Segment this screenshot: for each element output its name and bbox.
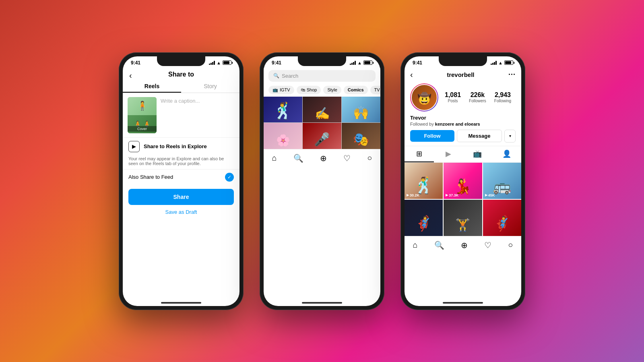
home-indicator-1 — [161, 302, 201, 304]
status-time-1: 9:41 — [131, 60, 140, 66]
stat-posts: 1,081 Posts — [445, 91, 461, 103]
signal-icon-3 — [491, 61, 497, 65]
photo-count-1: ▶ 30.2K — [407, 193, 419, 197]
cover-thumbnail[interactable]: 🧍 🧍 🧍 — [128, 97, 157, 133]
phone-2: 9:41 ▲ 🔍 Search — [260, 52, 384, 310]
follow-button[interactable]: Follow — [410, 130, 454, 142]
message-button[interactable]: Message — [457, 130, 502, 142]
avatar-inner: 🤠 — [411, 84, 438, 111]
photo-cell-4[interactable] — [405, 200, 443, 236]
caption-input[interactable]: Write a caption... — [161, 97, 235, 104]
status-time-3: 9:41 — [413, 60, 422, 66]
photo-cell-6[interactable] — [483, 200, 521, 236]
ptab-grid[interactable]: ⊞ — [405, 146, 434, 162]
tab-story[interactable]: Story — [181, 80, 239, 93]
thumb-6[interactable]: 🎭 — [342, 123, 380, 149]
battery-icon-2 — [363, 60, 372, 65]
play-icon-2: ▶ — [446, 193, 448, 197]
followed-by-names: kenzoere and eloears — [435, 122, 480, 126]
phone-3-screen: 9:41 ▲ ‹ trevorbell ··· — [405, 56, 521, 306]
share-reels-row: ▶ Share to Reels in Explore — [123, 137, 239, 155]
notch-2 — [298, 56, 346, 66]
nav-person-3[interactable]: ○ — [508, 240, 513, 250]
tab-reels[interactable]: Reels — [123, 80, 181, 93]
nav-plus-2[interactable]: ⊕ — [320, 153, 327, 163]
nav-heart-2[interactable]: ♡ — [343, 153, 351, 163]
bottom-nav-3: ⌂ 🔍 ⊕ ♡ ○ — [405, 236, 521, 256]
search-bar[interactable]: 🔍 Search — [268, 70, 376, 82]
wifi-icon-2: ▲ — [357, 60, 362, 65]
photo-grid: ▶ 30.2K ▶ 37.3K ▶ 45K — [405, 163, 521, 236]
igtv-icon: 📺 — [272, 87, 278, 93]
home-indicator-2 — [302, 302, 342, 304]
save-draft-button[interactable]: Save as Draft — [123, 207, 239, 217]
phone1-content: ‹ Share to Reels Story — [123, 68, 239, 217]
signal-icon-1 — [209, 61, 215, 65]
nav-search-3[interactable]: 🔍 — [434, 240, 444, 250]
phone-3: 9:41 ▲ ‹ trevorbell ··· — [400, 52, 525, 310]
thumb-1[interactable]: 🕺 — [264, 97, 302, 123]
ptab-reels[interactable]: ▶ — [434, 146, 463, 162]
search-bar-wrap: 🔍 Search — [264, 68, 380, 84]
photo-count-3: ▶ 45K — [485, 193, 495, 197]
photo-count-2: ▶ 37.3K — [446, 193, 458, 197]
followers-count: 226k — [469, 91, 486, 99]
dropdown-button[interactable]: ▾ — [504, 130, 516, 143]
thumb-3[interactable]: 🙌 — [342, 97, 380, 123]
cat-igtv[interactable]: 📺 IGTV — [268, 86, 294, 94]
bottom-nav-2: ⌂ 🔍 ⊕ ♡ ○ — [264, 149, 380, 169]
battery-icon-1 — [223, 60, 231, 65]
cat-style[interactable]: Style — [323, 86, 341, 94]
profile-name: Trevor — [405, 115, 521, 122]
posts-label: Posts — [445, 99, 461, 103]
share-header: ‹ Share to — [123, 68, 239, 78]
reels-section-icon: ▶ — [128, 141, 140, 152]
photo-cell-1[interactable]: ▶ 30.2K — [405, 163, 443, 199]
back-arrow-3[interactable]: ‹ — [410, 70, 413, 79]
following-label: Following — [494, 99, 511, 103]
profile-info: 🤠 1,081 Posts 226k Followers — [405, 82, 521, 115]
share-button[interactable]: Share — [128, 189, 234, 205]
caption-row: 🧍 🧍 🧍 Write a caption... — [123, 93, 239, 137]
nav-home-2[interactable]: ⌂ — [272, 153, 277, 163]
play-icon-1: ▶ — [407, 193, 409, 197]
share-title: Share to — [129, 71, 233, 78]
status-icons-1: ▲ — [209, 60, 231, 65]
photo-cell-2[interactable]: ▶ 37.3K — [444, 163, 482, 199]
action-buttons: Follow Message ▾ — [405, 130, 521, 146]
cat-tv[interactable]: TV & Movie — [370, 86, 380, 94]
status-icons-2: ▲ — [350, 60, 372, 65]
following-count: 2,943 — [494, 91, 511, 99]
search-input-2[interactable]: Search — [282, 73, 298, 79]
nav-heart-3[interactable]: ♡ — [484, 240, 491, 250]
thumb-2[interactable]: ✍️ — [303, 97, 341, 123]
phones-container: 9:41 ▲ ‹ Share to — [119, 52, 525, 310]
photo-cell-5[interactable] — [444, 200, 482, 236]
photo-cell-3[interactable]: ▶ 45K — [483, 163, 521, 199]
ptab-tv[interactable]: 📺 — [463, 146, 492, 162]
nav-home-3[interactable]: ⌂ — [413, 240, 418, 250]
tabs-row: Reels Story — [123, 80, 239, 93]
thumb-4[interactable]: 🌸 — [264, 123, 302, 149]
share-reels-desc: Your reel may appear in Explore and can … — [123, 155, 239, 169]
home-indicator-3 — [443, 302, 483, 304]
nav-person-2[interactable]: ○ — [367, 153, 372, 163]
also-share-checkbox[interactable]: ✓ — [225, 173, 234, 182]
phone2-content: 🔍 Search 📺 IGTV 🛍 Shop Style — [264, 68, 380, 169]
status-icons-3: ▲ — [491, 60, 513, 65]
search-icon-2: 🔍 — [273, 73, 279, 79]
profile-tabs: ⊞ ▶ 📺 👤 — [405, 146, 521, 163]
cat-comics[interactable]: Comics — [344, 86, 368, 94]
nav-search-2[interactable]: 🔍 — [293, 153, 303, 163]
also-share-label: Also Share to Feed — [128, 174, 173, 180]
more-options-button[interactable]: ··· — [508, 70, 516, 79]
cat-shop[interactable]: 🛍 Shop — [297, 86, 321, 94]
nav-plus-3[interactable]: ⊕ — [461, 240, 468, 250]
phone-2-screen: 9:41 ▲ 🔍 Search — [264, 56, 380, 306]
status-time-2: 9:41 — [272, 60, 281, 66]
back-arrow-1[interactable]: ‹ — [129, 71, 132, 80]
followers-label: Followers — [469, 99, 486, 103]
wifi-icon-3: ▲ — [498, 60, 503, 65]
thumb-5[interactable]: 🎤 — [303, 123, 341, 149]
ptab-tagged[interactable]: 👤 — [492, 146, 522, 162]
